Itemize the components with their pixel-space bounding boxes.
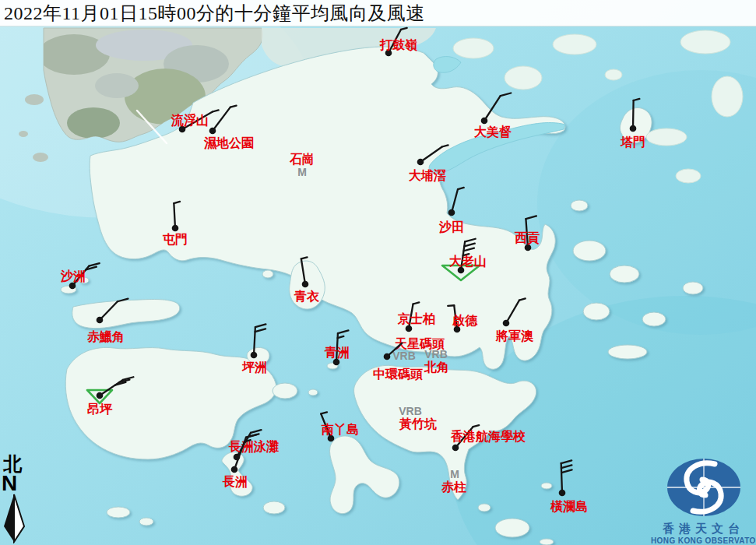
station-dot xyxy=(417,159,424,166)
station-label: 京士柏 xyxy=(397,311,435,325)
station-dot xyxy=(406,325,413,332)
station-dot xyxy=(448,209,455,216)
station-label: 昂坪 xyxy=(87,403,113,416)
station-label: 將軍澳 xyxy=(495,329,534,343)
compass-needle-icon xyxy=(2,494,28,543)
station-dot xyxy=(503,320,510,327)
wind-barb-icon xyxy=(448,305,454,306)
hko-logo-name-cn: 香港天文台 xyxy=(651,522,756,536)
station-label: 長洲泳灘 xyxy=(228,439,279,453)
station-label: 濕地公園 xyxy=(203,136,254,150)
station-label: 坪洲 xyxy=(241,360,267,374)
station-dot xyxy=(231,466,238,473)
variable-wind-text: VRB xyxy=(392,350,416,362)
station-label: 打鼓嶺 xyxy=(379,38,417,51)
station-north-point: VRB北角 xyxy=(424,348,449,374)
station-dot xyxy=(384,353,391,360)
hong-kong-map: 打鼓嶺流浮山濕地公園屯門M石崗大埔滘大美督塔門沙田西貢大老山京士柏啟德將軍澳VR… xyxy=(0,0,756,545)
station-dot xyxy=(97,392,104,399)
missing-data-text: M xyxy=(450,468,459,480)
hko-logo-icon xyxy=(651,456,756,517)
station-label: 長洲 xyxy=(222,475,248,488)
station-label: 西貢 xyxy=(514,231,540,245)
station-label: 屯門 xyxy=(162,233,188,246)
hko-logo-name-en: HONG KONG OBSERVATORY xyxy=(651,536,756,545)
variable-wind-text: VRB xyxy=(424,348,448,360)
station-dot xyxy=(630,125,637,132)
station-label: 中環碼頭 xyxy=(373,367,423,382)
station-dot xyxy=(302,281,309,288)
station-label: 沙洲 xyxy=(60,269,86,283)
station-label: 石崗 xyxy=(289,153,315,166)
station-dot xyxy=(333,359,340,366)
station-dot xyxy=(172,225,179,232)
station-label: 流浮山 xyxy=(171,113,209,127)
station-label: 大美督 xyxy=(474,125,512,139)
station-dot xyxy=(209,128,216,135)
station-dot xyxy=(481,118,488,125)
hko-logo: 香港天文台 HONG KONG OBSERVATORY xyxy=(651,456,756,545)
variable-wind-text: VRB xyxy=(399,405,422,417)
station-label: 沙田 xyxy=(438,220,464,234)
station-label: 赤柱 xyxy=(441,480,466,494)
missing-data-text: M xyxy=(297,166,307,178)
hko-wind-map-page: 打鼓嶺流浮山濕地公園屯門M石崗大埔滘大美督塔門沙田西貢大老山京士柏啟德將軍澳VR… xyxy=(0,0,756,545)
station-label: 青衣 xyxy=(294,290,320,303)
station-label: 大老山 xyxy=(449,255,487,268)
station-dot xyxy=(97,317,104,324)
station-dot xyxy=(525,244,532,251)
compass: 北 N xyxy=(2,455,30,545)
station-dot xyxy=(559,490,566,497)
station-dot xyxy=(251,352,258,359)
map-title: 2022年11月01日15時00分的十分鐘平均風向及風速 xyxy=(0,0,756,25)
wind-barb-icon xyxy=(633,100,634,128)
station-label: 塔門 xyxy=(620,135,645,149)
station-label: 香港航海學校 xyxy=(450,429,526,443)
station-label: 南丫島 xyxy=(321,423,359,436)
station-label: 黃竹坑 xyxy=(399,417,437,431)
station-label: 橫瀾島 xyxy=(550,500,588,513)
station-dot xyxy=(69,283,76,290)
station-label: 赤鱲角 xyxy=(86,330,125,343)
station-label: 大埔滘 xyxy=(409,168,446,182)
station-dot xyxy=(452,445,459,452)
station-label: 啟德 xyxy=(452,314,478,327)
compass-north-letter: N xyxy=(2,473,30,494)
station-label: 青洲 xyxy=(324,346,350,359)
station-label: 北角 xyxy=(424,360,449,374)
title-bar: 2022年11月01日15時00分的十分鐘平均風向及風速 xyxy=(0,0,756,26)
